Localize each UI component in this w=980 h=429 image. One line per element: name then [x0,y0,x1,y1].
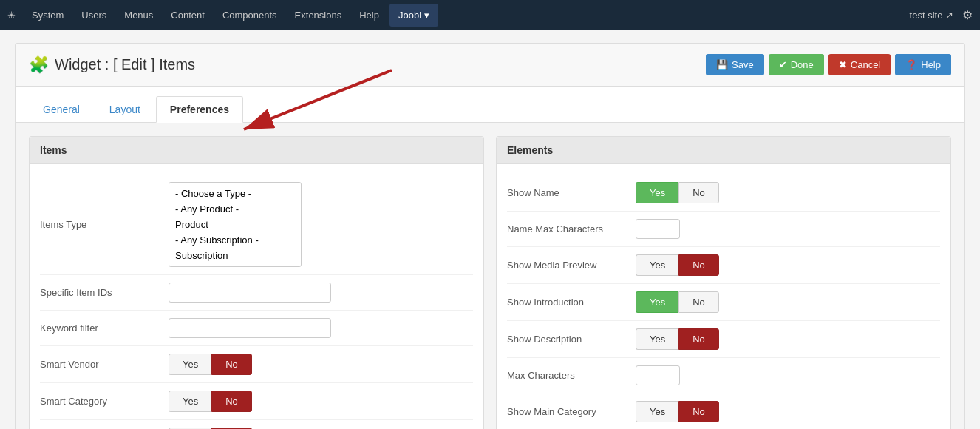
show-name-label: Show Name [507,187,625,198]
show-description-yes[interactable]: Yes [636,328,678,350]
smart-vendor-yes[interactable]: Yes [169,354,211,375]
show-main-category-no[interactable]: No [678,401,719,422]
show-media-preview-label: Show Media Preview [507,260,625,271]
keyword-filter-control [169,318,473,338]
nav-help[interactable]: Help [352,4,387,27]
items-type-control: - Choose a Type - - Any Product - Produc… [169,182,473,267]
nav-components[interactable]: Components [215,4,285,27]
name-max-chars-row: Name Max Characters [507,212,940,247]
name-max-chars-label: Name Max Characters [507,223,625,234]
name-max-chars-control [636,219,940,239]
smart-category-label: Smart Category [40,396,158,407]
page-container: 🧩 Widget : [ Edit ] Items 💾 Save ✔ Done … [15,43,965,429]
tab-general[interactable]: General [29,96,94,123]
keyword-filter-label: Keyword filter [40,322,158,334]
name-max-chars-input[interactable] [636,219,680,239]
show-main-category-toggle: Yes No [636,401,940,422]
show-introduction-toggle: Yes No [636,291,940,313]
tabs-row: General Layout Preferences [16,87,964,123]
elements-panel: Elements Show Name Yes No [496,136,951,429]
nav-joobi[interactable]: Joobi ▾ [389,4,438,27]
show-main-category-control: Yes No [636,401,940,422]
done-icon: ✔ [779,59,787,70]
items-type-select[interactable]: - Choose a Type - - Any Product - Produc… [169,182,302,267]
select-option-choose[interactable]: - Choose a Type - [169,186,301,201]
elements-panel-body: Show Name Yes No Name Max Characters [497,164,950,429]
nav-extensions[interactable]: Extensions [287,4,350,27]
show-name-row: Show Name Yes No [507,175,940,212]
nav-content[interactable]: Content [163,4,212,27]
save-label: Save [732,59,754,70]
smart-category-yes[interactable]: Yes [169,391,211,412]
save-icon: 💾 [716,59,728,70]
select-option-subscription[interactable]: Subscription [169,248,301,263]
smart-vendor-label: Smart Vendor [40,359,158,370]
show-description-no[interactable]: No [678,328,719,350]
show-name-yes[interactable]: Yes [636,182,678,203]
show-introduction-row: Show Introduction Yes No [507,284,940,321]
show-description-row: Show Description Yes No [507,321,940,358]
items-panel-header: Items [30,137,483,164]
keyword-filter-input[interactable] [169,318,331,338]
max-chars-control [636,365,940,385]
main-content: Items Items Type - Choose a Type - - Any… [16,123,964,429]
save-button[interactable]: 💾 Save [706,54,764,75]
show-description-control: Yes No [636,328,940,350]
specific-item-ids-row: Specific Item IDs [40,275,473,311]
smart-vendor-row: Smart Vendor Yes No [40,346,473,383]
show-introduction-control: Yes No [636,291,940,313]
smart-vendor-control: Yes No [169,354,473,375]
help-icon: ❓ [905,59,917,70]
nav-menus[interactable]: Menus [117,4,160,27]
show-media-preview-control: Yes No [636,254,940,276]
page-header: 🧩 Widget : [ Edit ] Items 💾 Save ✔ Done … [16,44,964,87]
show-media-preview-no[interactable]: No [678,254,719,276]
max-chars-row: Max Characters [507,358,940,393]
items-panel-body: Items Type - Choose a Type - - Any Produ… [30,164,483,429]
show-introduction-no[interactable]: No [678,291,719,313]
show-media-preview-yes[interactable]: Yes [636,254,678,276]
select-option-any-subscription[interactable]: - Any Subscription - [169,232,301,248]
select-option-any-product[interactable]: - Any Product - [169,201,301,217]
done-label: Done [791,59,814,70]
site-link[interactable]: test site ↗ [910,10,953,21]
top-navbar: ✳ System Users Menus Content Components … [0,0,980,30]
show-name-no[interactable]: No [678,182,719,203]
cancel-icon: ✖ [839,59,847,70]
show-main-category-yes[interactable]: Yes [636,401,678,422]
show-description-label: Show Description [507,334,625,345]
max-chars-label: Max Characters [507,370,625,381]
specific-item-ids-input[interactable] [169,283,331,303]
keyword-filter-row: Keyword filter [40,311,473,346]
show-name-control: Yes No [636,182,940,203]
elements-panel-header: Elements [497,137,950,164]
done-button[interactable]: ✔ Done [769,54,824,75]
smart-category-row: Smart Category Yes No [40,383,473,420]
cancel-label: Cancel [851,59,880,70]
nav-users[interactable]: Users [74,4,114,27]
tab-layout[interactable]: Layout [95,96,154,123]
cancel-button[interactable]: ✖ Cancel [828,54,891,75]
items-type-row: Items Type - Choose a Type - - Any Produ… [40,175,473,275]
page-title-text: Widget : [ Edit ] Items [55,56,195,73]
joomla-logo-icon: ✳ [7,10,16,21]
nav-system[interactable]: System [24,4,71,27]
smart-vendor-no[interactable]: No [211,354,252,375]
help-label: Help [921,59,941,70]
tab-preferences[interactable]: Preferences [156,96,243,123]
smart-vendor-toggle: Yes No [169,354,473,375]
toolbar: 💾 Save ✔ Done ✖ Cancel ❓ Help [706,54,951,75]
show-introduction-yes[interactable]: Yes [636,291,678,313]
show-media-preview-toggle: Yes No [636,254,940,276]
settings-gear-icon[interactable]: ⚙ [962,8,973,22]
smart-category-no[interactable]: No [211,391,252,412]
show-name-toggle: Yes No [636,182,940,203]
select-option-product[interactable]: Product [169,217,301,232]
smart-category-toggle: Yes No [169,391,473,412]
show-description-toggle: Yes No [636,328,940,350]
help-button[interactable]: ❓ Help [895,54,951,75]
show-main-category-row: Show Main Category Yes No [507,393,940,429]
max-chars-input[interactable] [636,365,680,385]
items-type-label: Items Type [40,219,158,230]
show-introduction-label: Show Introduction [507,297,625,308]
